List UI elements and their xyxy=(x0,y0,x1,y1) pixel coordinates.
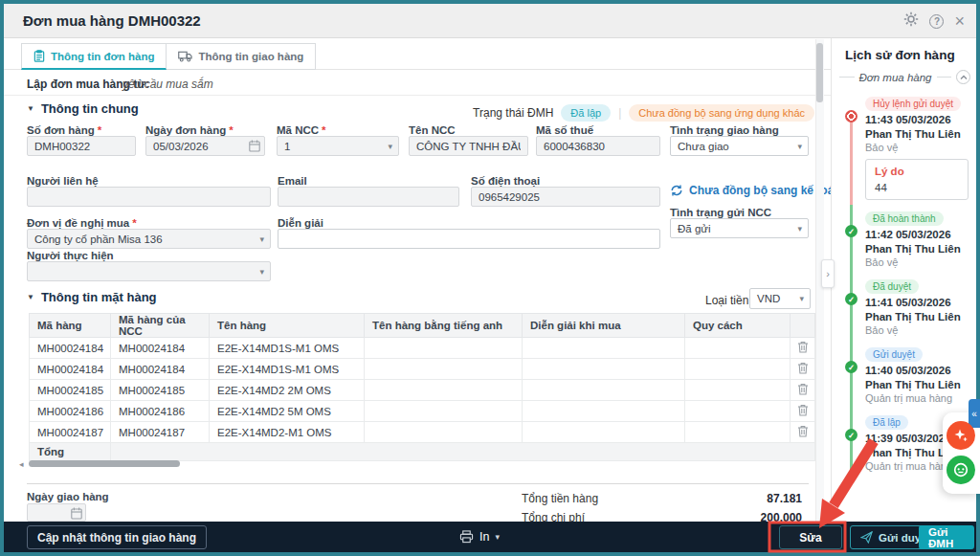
cancel-status-icon xyxy=(845,110,858,122)
section-general-header[interactable]: ▼ Thông tin chung xyxy=(27,101,139,116)
divider xyxy=(4,95,831,96)
description-input[interactable] xyxy=(278,229,660,249)
col-header[interactable]: Mã hàng của NCC xyxy=(111,314,210,338)
section-items-header[interactable]: ▼ Thông tin mặt hàng xyxy=(27,290,157,304)
tax-code-input[interactable] xyxy=(536,136,660,156)
phone-input[interactable] xyxy=(471,187,660,207)
history-group-row: Đơn mua hàng xyxy=(839,70,970,84)
entry-time: 11:42 05/03/2026 xyxy=(865,229,976,240)
requesting-unit-select[interactable]: Công ty cổ phần Misa 136▾ xyxy=(27,229,271,249)
field-label-email: Email xyxy=(278,175,307,187)
history-entry: ✓ Gửi duyệt 11:40 05/03/2026 Phan Thị Th… xyxy=(845,345,976,404)
entry-role: Bảo vệ xyxy=(865,142,976,153)
col-header[interactable]: Tên hàng xyxy=(210,314,365,338)
chevron-down-icon: ▾ xyxy=(799,294,804,303)
send-supplier-status-select[interactable]: Đã gửi▾ xyxy=(670,218,809,238)
table-row[interactable]: MH00024187MH00024187E2E-X14MD2-M1 OMS xyxy=(30,422,815,443)
edit-button[interactable]: Sửa xyxy=(779,525,842,549)
chevron-down-icon: ▾ xyxy=(388,142,392,151)
delete-row-button[interactable] xyxy=(791,380,815,401)
executor-select[interactable]: ▾ xyxy=(27,261,271,281)
status-cluster: Trạng thái ĐMH Đã lập | Chưa đồng bộ san… xyxy=(435,104,814,122)
entry-user: Phan Thị Thu Liên xyxy=(865,128,976,140)
separator: | xyxy=(618,106,621,120)
tab-order-info[interactable]: Thông tin đơn hàng xyxy=(21,43,167,70)
order-date-input[interactable] xyxy=(145,136,265,156)
delivery-date-label: Ngày giao hàng xyxy=(27,491,109,502)
entry-time: 11:41 05/03/2026 xyxy=(865,297,976,308)
trash-icon xyxy=(797,425,809,437)
tab-delivery-info[interactable]: Thông tin giao hàng xyxy=(167,43,316,70)
sparkle-icon xyxy=(953,428,969,443)
entry-user: Phan Thị Thu Liên xyxy=(865,379,976,390)
chevron-down-icon: ▾ xyxy=(495,532,500,542)
status-badge: Gửi duyệt xyxy=(865,347,923,362)
delivery-status-select[interactable]: Chưa giao▾ xyxy=(670,136,809,156)
items-table: Mã hàng Mã hàng của NCC Tên hàng Tên hàn… xyxy=(29,313,815,461)
supplier-name-input[interactable] xyxy=(409,136,528,156)
delete-row-button[interactable] xyxy=(791,422,815,443)
field-label-send-supplier-status: Tình trạng gửi NCC xyxy=(670,207,771,218)
col-header[interactable]: Tên hàng bằng tiếng anh xyxy=(365,314,523,338)
edge-expand-tab[interactable]: « xyxy=(969,399,980,428)
field-label-executor: Người thực hiện xyxy=(27,250,114,261)
status-label: Trạng thái ĐMH xyxy=(473,106,553,120)
table-row[interactable]: MH00024186MH00024186E2E-X14MD2 5M OMS xyxy=(30,401,815,422)
trash-icon xyxy=(797,404,809,416)
source-value: yêu cầu mua sắm xyxy=(122,78,213,91)
col-header[interactable]: Mã hàng xyxy=(30,314,111,338)
history-collapse-button[interactable] xyxy=(956,70,970,84)
total-label: Tổng xyxy=(30,443,111,461)
gear-icon[interactable] xyxy=(903,11,919,31)
status-badge: Đã duyệt xyxy=(865,279,919,294)
sidebar-collapse-handle[interactable]: › xyxy=(821,259,835,288)
chatbot-icon xyxy=(952,461,969,478)
reason-label: Lý do xyxy=(875,166,959,177)
reason-box: Lý do 44 xyxy=(865,159,969,200)
clipboard-icon xyxy=(33,50,45,62)
sync-icon xyxy=(670,184,683,197)
table-row[interactable]: MH00024185MH00024185E2E-X14MD2 2M OMS xyxy=(30,380,815,401)
close-icon[interactable]: × xyxy=(954,12,965,30)
field-label-requesting-unit: Đơn vị đề nghị mua* xyxy=(27,217,137,229)
entry-time: 11:40 05/03/2026 xyxy=(865,365,976,376)
order-no-input[interactable] xyxy=(27,136,136,156)
col-header[interactable]: Quy cách xyxy=(685,314,791,338)
table-row[interactable]: MH00024184MH00024184E2E-X14MD1S-M1 OMS xyxy=(30,338,815,359)
col-header[interactable]: Diễn giải khi mua xyxy=(523,314,685,338)
supplier-code-select[interactable]: 1▾ xyxy=(277,136,399,156)
table-total-row: Tổng xyxy=(30,443,815,461)
history-group-label: Đơn mua hàng xyxy=(859,72,932,83)
history-entry: ✓ Đã duyệt 11:41 05/03/2026 Phan Thị Thu… xyxy=(845,277,976,336)
help-icon[interactable]: ? xyxy=(929,14,944,29)
field-label-delivery-status: Tình trạng giao hàng xyxy=(670,124,779,136)
chevron-down-icon: ▾ xyxy=(259,267,264,277)
trash-icon xyxy=(797,341,809,353)
chevron-right-icon: › xyxy=(826,268,830,279)
field-label-order-no: Số đơn hàng* xyxy=(27,124,101,136)
email-input[interactable] xyxy=(278,187,459,207)
print-button[interactable]: In ▾ xyxy=(459,522,500,552)
hscroll-left-arrow[interactable]: ◂ xyxy=(19,459,24,469)
vertical-scrollbar-thumb[interactable] xyxy=(816,43,823,102)
field-label-contact: Người liên hệ xyxy=(27,175,99,187)
printer-icon xyxy=(459,530,474,544)
title-bar: Đơn mua hàng DMH00322 ? × xyxy=(4,4,976,38)
delete-row-button[interactable] xyxy=(791,359,815,380)
chat-support-button[interactable] xyxy=(947,456,975,484)
ai-assistant-button[interactable] xyxy=(947,421,975,450)
update-delivery-button[interactable]: Cập nhật thông tin giao hàng xyxy=(27,525,207,549)
trash-icon xyxy=(797,383,809,395)
horizontal-scrollbar[interactable] xyxy=(29,460,180,467)
field-label-supplier-code: Mã NCC* xyxy=(277,124,326,136)
currency-label: Loại tiền xyxy=(705,294,748,307)
delete-row-button[interactable] xyxy=(791,338,815,359)
send-po-button[interactable]: Gửi ĐMH xyxy=(919,525,974,549)
sync-status-badge: Chưa đồng bộ sang ứng dụng khác xyxy=(629,104,814,122)
field-label-tax-code: Mã số thuế xyxy=(536,124,593,136)
chevron-up-icon xyxy=(960,75,968,80)
currency-select[interactable]: VND▾ xyxy=(749,288,811,309)
delete-row-button[interactable] xyxy=(791,401,815,422)
contact-input[interactable] xyxy=(27,187,271,207)
table-row[interactable]: MH00024184MH00024184E2E-X14MD1S-M1 OMS xyxy=(30,359,815,380)
